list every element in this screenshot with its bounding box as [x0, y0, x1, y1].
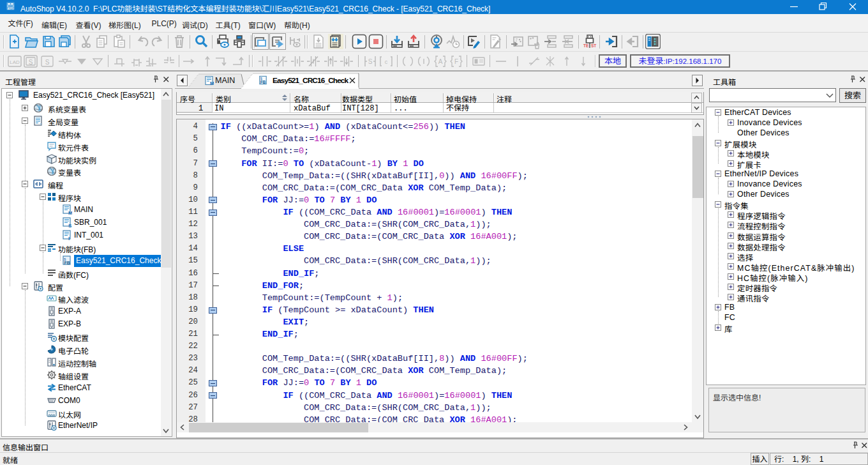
svg-text:F: F — [454, 58, 458, 65]
svg-text:c: c — [385, 59, 388, 65]
svg-text:FB: FB — [64, 261, 70, 265]
svg-text:M: M — [210, 80, 214, 86]
svg-text:AUTO: AUTO — [8, 8, 14, 10]
svg-text:ST: ST — [591, 43, 596, 48]
svg-text:S: S — [368, 58, 373, 65]
svg-text:A: A — [438, 58, 443, 65]
svg-text:M: M — [68, 210, 72, 215]
svg-text:TE: TE — [583, 43, 589, 48]
svg-text:FB: FB — [260, 80, 266, 84]
svg-text:S: S — [28, 59, 33, 66]
svg-text:S: S — [68, 223, 72, 228]
svg-text:I: I — [68, 235, 70, 240]
svg-text:S: S — [45, 59, 50, 66]
svg-text:LAD: LAD — [10, 59, 20, 65]
